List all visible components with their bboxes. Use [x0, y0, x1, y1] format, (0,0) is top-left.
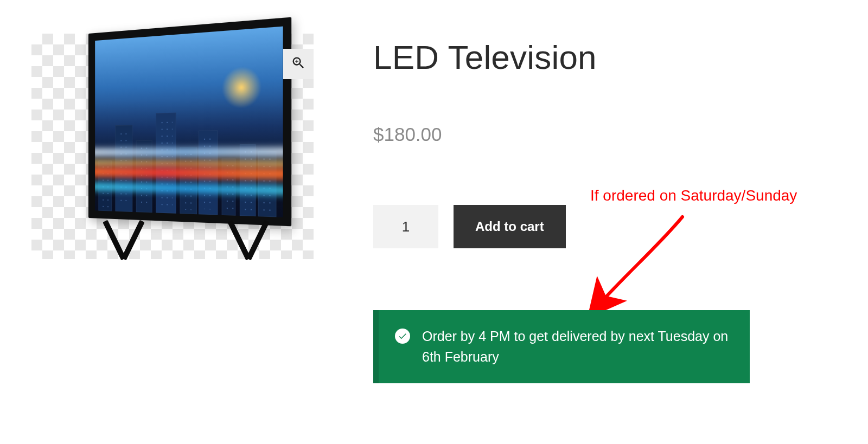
zoom-button[interactable]: [283, 49, 314, 79]
product-price: $180.00: [373, 124, 835, 145]
add-to-cart-button[interactable]: Add to cart: [454, 205, 566, 248]
product-image[interactable]: [61, 34, 284, 259]
magnify-plus-icon: [291, 55, 306, 73]
product-gallery: [31, 34, 314, 259]
product-summary: LED Television $180.00 Add to cart: [373, 39, 835, 248]
annotation-text: If ordered on Saturday/Sunday: [590, 187, 797, 204]
product-title: LED Television: [373, 39, 835, 76]
cart-row: Add to cart: [373, 205, 835, 248]
delivery-notice: Order by 4 PM to get delivered by next T…: [373, 310, 750, 383]
quantity-input[interactable]: [373, 205, 438, 248]
check-circle-icon: [395, 329, 410, 344]
delivery-notice-text: Order by 4 PM to get delivered by next T…: [422, 326, 731, 367]
